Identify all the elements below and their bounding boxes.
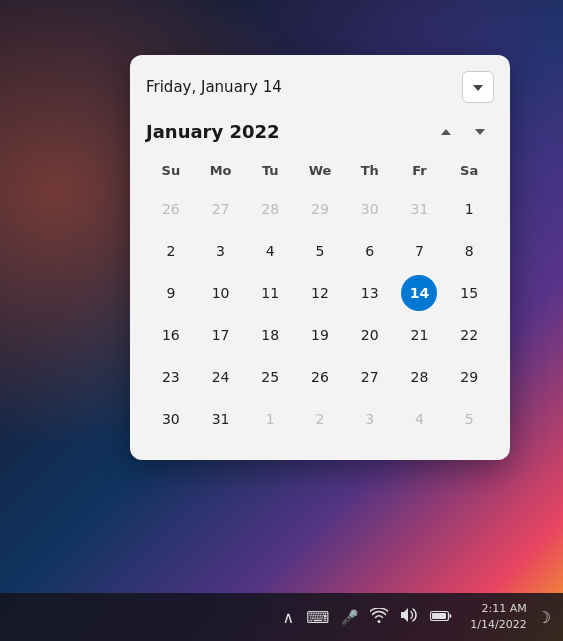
day-header: Th <box>345 157 395 188</box>
calendar-day-cell[interactable]: 14 <box>401 275 437 311</box>
calendar-day-cell[interactable]: 18 <box>252 317 288 353</box>
calendar-day-cell[interactable]: 17 <box>203 317 239 353</box>
wifi-icon[interactable] <box>370 608 388 627</box>
calendar-day-cell[interactable]: 11 <box>252 275 288 311</box>
calendar-day-cell: 27 <box>203 191 239 227</box>
calendar-day-cell[interactable]: 23 <box>153 359 189 395</box>
calendar-day-cell[interactable]: 27 <box>352 359 388 395</box>
svg-rect-1 <box>432 613 446 619</box>
calendar-date-label: Friday, January 14 <box>146 78 282 96</box>
calendar-day-cell: 28 <box>252 191 288 227</box>
taskbar-clock[interactable]: 2:11 AM 1/14/2022 <box>470 601 526 634</box>
moon-icon[interactable]: ☽ <box>537 608 551 627</box>
calendar-day-cell: 1 <box>252 401 288 437</box>
calendar-header-row: Friday, January 14 <box>146 71 494 103</box>
calendar-popup: Friday, January 14 January 2022 SuMoTuWe <box>130 55 510 460</box>
calendar-day-cell[interactable]: 5 <box>302 233 338 269</box>
calendar-day-cell[interactable]: 8 <box>451 233 487 269</box>
chevron-up-icon[interactable]: ∧ <box>282 608 294 627</box>
calendar-day-cell[interactable]: 21 <box>401 317 437 353</box>
calendar-day-cell: 31 <box>401 191 437 227</box>
calendar-day-cell: 3 <box>352 401 388 437</box>
day-header: Tu <box>245 157 295 188</box>
keyboard-icon[interactable]: ⌨ <box>306 608 329 627</box>
chevron-down-icon <box>473 80 483 94</box>
battery-icon[interactable] <box>430 609 452 625</box>
calendar-day-cell[interactable]: 25 <box>252 359 288 395</box>
calendar-day-cell[interactable]: 9 <box>153 275 189 311</box>
calendar-day-cell[interactable]: 29 <box>451 359 487 395</box>
taskbar: ∧ ⌨ 🎤 2:11 <box>0 593 563 641</box>
day-header: Mo <box>196 157 246 188</box>
chevron-down-icon <box>475 124 485 138</box>
calendar-day-cell: 30 <box>352 191 388 227</box>
day-header: Fr <box>395 157 445 188</box>
clock-time: 2:11 AM <box>481 601 526 618</box>
calendar-day-cell: 5 <box>451 401 487 437</box>
calendar-day-cell: 26 <box>153 191 189 227</box>
chevron-up-icon <box>441 124 451 138</box>
calendar-day-cell: 4 <box>401 401 437 437</box>
calendar-prev-button[interactable] <box>432 117 460 145</box>
calendar-day-cell[interactable]: 3 <box>203 233 239 269</box>
calendar-month-label: January 2022 <box>146 121 280 142</box>
calendar-day-cell[interactable]: 26 <box>302 359 338 395</box>
calendar-day-cell[interactable]: 6 <box>352 233 388 269</box>
calendar-day-cell[interactable]: 19 <box>302 317 338 353</box>
calendar-day-cell[interactable]: 4 <box>252 233 288 269</box>
calendar-nav-buttons <box>432 117 494 145</box>
calendar-day-cell[interactable]: 7 <box>401 233 437 269</box>
day-header: Su <box>146 157 196 188</box>
calendar-day-cell[interactable]: 31 <box>203 401 239 437</box>
calendar-day-cell[interactable]: 15 <box>451 275 487 311</box>
calendar-day-cell[interactable]: 22 <box>451 317 487 353</box>
calendar-day-cell[interactable]: 24 <box>203 359 239 395</box>
calendar-day-cell[interactable]: 1 <box>451 191 487 227</box>
microphone-icon[interactable]: 🎤 <box>341 609 358 625</box>
calendar-day-cell[interactable]: 20 <box>352 317 388 353</box>
calendar-day-cell[interactable]: 30 <box>153 401 189 437</box>
calendar-day-cell: 29 <box>302 191 338 227</box>
calendar-day-cell[interactable]: 12 <box>302 275 338 311</box>
clock-date: 1/14/2022 <box>470 617 526 634</box>
calendar-day-cell[interactable]: 13 <box>352 275 388 311</box>
volume-icon[interactable] <box>400 607 418 627</box>
calendar-day-cell[interactable]: 28 <box>401 359 437 395</box>
calendar-dropdown-button[interactable] <box>462 71 494 103</box>
calendar-day-cell[interactable]: 16 <box>153 317 189 353</box>
calendar-next-button[interactable] <box>466 117 494 145</box>
calendar-day-cell: 2 <box>302 401 338 437</box>
day-header: Sa <box>444 157 494 188</box>
calendar-day-cell[interactable]: 10 <box>203 275 239 311</box>
calendar-month-row: January 2022 <box>146 117 494 145</box>
calendar-day-cell[interactable]: 2 <box>153 233 189 269</box>
taskbar-system-icons: ∧ ⌨ 🎤 <box>282 607 452 627</box>
day-header: We <box>295 157 345 188</box>
calendar-grid: SuMoTuWeThFrSa26272829303112345678910111… <box>146 157 494 440</box>
